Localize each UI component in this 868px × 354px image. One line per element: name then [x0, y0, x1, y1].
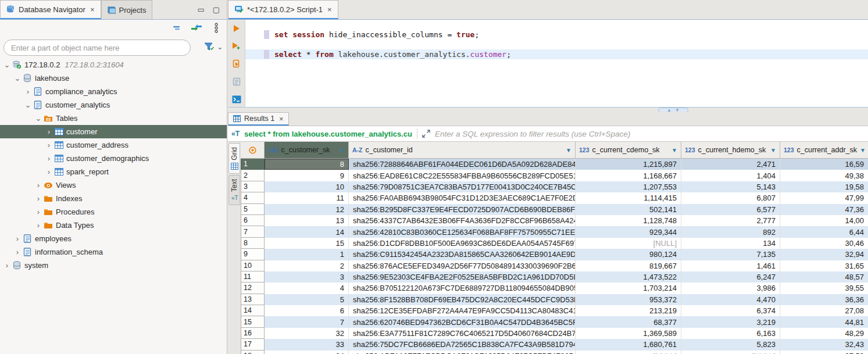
grid-cell[interactable]: 6 — [265, 305, 349, 316]
editor-results-sash[interactable]: ▲ ▼ — [228, 107, 868, 112]
row-number[interactable]: 4 — [241, 192, 265, 203]
grid-cell[interactable]: 47,36 — [780, 204, 868, 215]
grid-cell[interactable]: sha256:75DC7FCB6686EDA72565C1B838CA7FC43… — [349, 339, 576, 350]
grid-cell[interactable]: sha256:876ACE5EFED349A2D56F77D5084891433… — [349, 260, 576, 271]
row-number[interactable]: 18 — [241, 351, 265, 354]
code-line[interactable]: select * from lakehouse.customer_analyti… — [245, 49, 868, 59]
column-menu-icon[interactable]: ▼ — [770, 147, 776, 153]
grid-cell[interactable]: sha256:42810C83B0360CE125634F068BAF8FF75… — [349, 226, 576, 237]
grid-cell[interactable]: 6,163 — [681, 328, 780, 339]
grid-cell[interactable]: sha256:D1CDF8DBB10F500EA9693C86DE6DEAA05… — [349, 238, 576, 249]
expander-closed-icon[interactable]: › — [44, 127, 53, 136]
custom-filter-icon[interactable]: «T — [231, 130, 240, 138]
grid-cell[interactable]: [NULL] — [576, 351, 681, 354]
table-row[interactable]: 113sha256:9E52303CE4FBA2E2F0525E8A5BFBD2… — [241, 271, 868, 283]
grid-cell[interactable]: sha256:4337C7AB6432E3B06FF4A3636FD2F8CC8… — [349, 215, 576, 226]
grid-cell[interactable]: 37,50 — [780, 351, 868, 354]
grid-cell[interactable]: 1,215,897 — [576, 159, 681, 170]
grid-cell[interactable]: 47,99 — [780, 192, 868, 203]
grid-cell[interactable]: 1,680,761 — [576, 339, 681, 350]
row-number[interactable]: 8 — [241, 238, 265, 249]
close-icon[interactable]: × — [327, 5, 332, 14]
table-row[interactable]: 124sha256:B705122120A673FC7DE6889727DB11… — [241, 283, 868, 294]
select-all-corner-icon[interactable] — [241, 142, 265, 158]
grid-cell[interactable]: 1,703,214 — [576, 283, 681, 294]
expander-closed-icon[interactable]: › — [34, 221, 43, 230]
table-row[interactable]: 157sha256:620746BED947362BCD6CF31B0A4C54… — [241, 316, 868, 327]
row-number[interactable]: 14 — [241, 305, 265, 316]
grid-cell[interactable]: 13 — [265, 215, 349, 226]
row-number[interactable]: 17 — [241, 339, 265, 350]
grid-cell[interactable]: 2,777 — [681, 215, 780, 226]
view-menu-icon[interactable] — [210, 23, 222, 33]
grid-cell[interactable]: [NULL] — [681, 351, 780, 354]
table-row[interactable]: 1632sha256:E3A77511F81C7289C76C4065217D5… — [241, 328, 868, 339]
grid-cell[interactable]: 68,377 — [576, 316, 681, 327]
column-menu-icon[interactable]: ▼ — [566, 147, 571, 153]
results-grid[interactable]: 123c_customer_sk▼A-Zc_customer_id▼123c_c… — [241, 142, 868, 354]
grid-cell[interactable]: 1,114,415 — [576, 192, 681, 203]
grid-cell[interactable]: sha256:620746BED947362BCD6CF31B0A4C547DD… — [349, 316, 576, 327]
link-with-editor-icon[interactable] — [191, 23, 202, 33]
tree-item-employees[interactable]: ›employees — [0, 232, 227, 245]
grid-cell[interactable]: sha256:79D08751C3EA7C83BA57D177E00413D0C… — [349, 181, 576, 192]
tree-item-information-schema[interactable]: ›information_schema — [0, 245, 227, 259]
grid-cell[interactable]: sha256:B295D8FC337E9E4FECD0725D907ACD6B6… — [349, 204, 576, 215]
grid-cell[interactable]: 12 — [265, 204, 349, 215]
maximize-icon[interactable]: ▢ — [213, 6, 220, 13]
tab-sql-script[interactable]: *<172.18.0.2> Script-1 × — [228, 0, 338, 19]
grid-cell[interactable]: 33 — [265, 339, 349, 350]
close-icon[interactable]: × — [279, 115, 284, 123]
expander-open-icon[interactable]: ⌄ — [23, 101, 33, 109]
grid-cell[interactable]: 5,823 — [681, 339, 780, 350]
expander-closed-icon[interactable]: › — [2, 261, 12, 270]
grid-cell[interactable]: 36,36 — [780, 294, 868, 305]
column-menu-icon[interactable]: ▼ — [339, 147, 345, 153]
grid-cell[interactable]: 11 — [265, 192, 349, 203]
tree-item-spark-report[interactable]: ›spark_report — [0, 165, 227, 178]
row-number[interactable]: 1 — [241, 159, 265, 170]
column-header-c_customer_id[interactable]: A-Zc_customer_id▼ — [349, 142, 576, 158]
tree-item-compliance-analytics[interactable]: ›compliance_analytics — [0, 85, 227, 98]
expander-closed-icon[interactable]: › — [23, 87, 33, 96]
tab-results-1[interactable]: Results 1 × — [228, 112, 289, 126]
grid-cell[interactable]: 134 — [681, 238, 780, 249]
grid-cell[interactable]: 27,08 — [780, 305, 868, 316]
grid-cell[interactable]: 32,94 — [780, 249, 868, 260]
explain-plan-icon[interactable] — [233, 77, 241, 86]
grid-cell[interactable]: sha256:E3A77511F81C7289C76C4065217D5D406… — [349, 328, 576, 339]
results-filterbar[interactable]: «T select * from lakehouse.customer_anal… — [228, 126, 868, 142]
tree-item-indexes[interactable]: ›Indexes — [0, 192, 227, 205]
row-number[interactable]: 3 — [241, 181, 265, 192]
row-number[interactable]: 10 — [241, 260, 265, 271]
code-line[interactable]: set session hide_inaccessible_columns = … — [245, 30, 868, 40]
table-row[interactable]: 310sha256:79D08751C3EA7C83BA57D177E00413… — [241, 181, 868, 192]
row-number[interactable]: 12 — [241, 283, 265, 294]
grid-cell[interactable]: 1 — [265, 249, 349, 260]
grid-cell[interactable]: 9 — [265, 170, 349, 181]
grid-cell[interactable]: 8 — [265, 159, 349, 170]
grid-cell[interactable]: 2 — [265, 260, 349, 271]
table-row[interactable]: 102sha256:876ACE5EFED349A2D56F77D5084891… — [241, 260, 868, 271]
row-number[interactable]: 13 — [241, 294, 265, 305]
tree-item-customer-demographics[interactable]: ›customer_demographics — [0, 152, 227, 165]
row-number[interactable]: 11 — [241, 271, 265, 283]
side-tab-grid[interactable]: Grid — [228, 143, 240, 174]
tree-item-lakehouse[interactable]: ⌄lakehouse — [0, 71, 227, 85]
grid-cell[interactable]: 502,141 — [576, 204, 681, 215]
row-number[interactable]: 6 — [241, 215, 265, 226]
grid-cell[interactable]: 32 — [265, 328, 349, 339]
grid-cell[interactable]: 1,369,589 — [576, 328, 681, 339]
grid-cell[interactable]: 1,473,522 — [576, 271, 681, 283]
grid-cell[interactable]: 5 — [265, 294, 349, 305]
column-header-c_current_addr_sk[interactable]: 123c_current_addr_sk▼ — [780, 142, 868, 158]
grid-cell[interactable]: sha256:ABFA16E7F1FCBDCA6F01CF1095D84F37C… — [349, 351, 576, 354]
table-row[interactable]: 146sha256:12CE35EFDABF272A4A47E9FA9CC5D4… — [241, 305, 868, 316]
object-filter-input[interactable]: Enter a part of object name here — [3, 40, 191, 56]
row-number[interactable]: 15 — [241, 316, 265, 327]
code-line[interactable] — [245, 40, 868, 49]
table-row[interactable]: 1834sha256:ABFA16E7F1FCBDCA6F01CF1095D84… — [241, 351, 868, 354]
execute-statement-icon[interactable] — [233, 24, 240, 33]
grid-cell[interactable]: 19,58 — [780, 181, 868, 192]
tree-item-customer-address[interactable]: ›customer_address — [0, 138, 227, 152]
